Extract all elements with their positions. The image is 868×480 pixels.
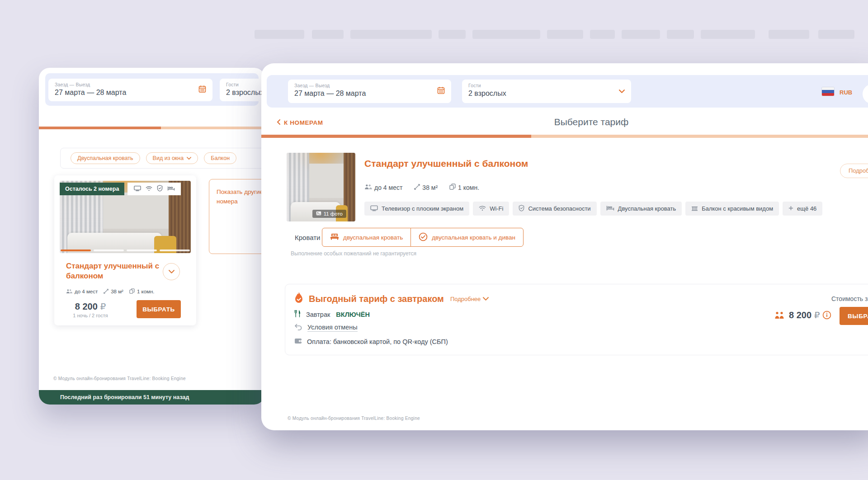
filter-label: Вид из окна (153, 155, 184, 161)
amenity-chip-tv[interactable]: Телевизор с плоским экраном (364, 202, 469, 216)
background-ghost-bar (769, 30, 809, 39)
amenity-label: ещё 46 (797, 205, 816, 212)
page-title: Выберите тариф (533, 117, 650, 127)
dates-field[interactable]: Заезд — Выезд 27 марта — 28 марта (288, 80, 451, 103)
room-card: Осталось 2 номера Стандарт улучшенный с … (54, 175, 196, 325)
amenity-chip-balcony[interactable]: Балкон с красивым видом (685, 202, 779, 216)
payment-label: Оплата: банковской картой, по QR-коду (С… (307, 338, 448, 345)
amenity-chip-double-bed[interactable]: Двуспальная кровать (600, 202, 682, 216)
bed-option-double-sofa[interactable]: двуспальная кровать и диван (410, 228, 524, 247)
tv-icon (370, 205, 378, 212)
dates-value: 27 марта — 28 марта (55, 89, 206, 97)
filter-chip-window-view[interactable]: Вид из окна (146, 152, 198, 164)
tariff-title: Выгодный тариф с завтраком (309, 294, 444, 304)
guests-field[interactable]: Гости 2 взрослых (462, 80, 631, 103)
amenity-chip-more[interactable]: ещё 46 (783, 202, 822, 216)
photo-pagination[interactable] (61, 249, 190, 251)
wallet-icon (294, 338, 302, 345)
bed-option-double[interactable]: двуспальная кровать (322, 228, 411, 247)
bed-icon (167, 185, 175, 193)
cutlery-icon (294, 310, 301, 319)
tariff-more-label: Подробнее (450, 296, 481, 302)
steps-progress (39, 127, 265, 129)
rooms-left-badge: Осталось 2 номера (60, 183, 124, 195)
amenity-icons-strip (127, 183, 181, 195)
room-details-button[interactable]: Подробнее (840, 164, 868, 178)
filter-chip-double-bed[interactable]: Двуспальная кровать (71, 152, 140, 164)
background-ghost-bar (590, 30, 615, 39)
currency-selector[interactable]: RUB (840, 89, 852, 96)
chevron-down-icon (619, 87, 625, 95)
room-details: до 4 мест 38 м² 1 комн. (66, 288, 155, 295)
wifi-icon (479, 205, 486, 212)
guests-icon (66, 289, 72, 295)
dates-field[interactable]: Заезд — Выезд 27 марта — 28 марта (48, 79, 212, 101)
tariff-header: Выгодный тариф с завтраком Подробнее (293, 292, 489, 306)
beds-note: Выполнение особых пожеланий не гарантиру… (291, 250, 416, 257)
flame-icon (293, 292, 304, 306)
background-ghost-bar (701, 30, 755, 39)
balcony-icon (691, 205, 698, 212)
rooms-list-card: Заезд — Выезд 27 марта — 28 марта Гости … (39, 68, 265, 405)
guests-count-icon (774, 311, 784, 321)
room-photo[interactable]: 11 фото (287, 153, 355, 221)
breakfast-row: Завтрак ВКЛЮЧЁН (294, 310, 370, 319)
photo-icon (316, 211, 321, 216)
breakfast-label: Завтрак (306, 311, 330, 318)
back-to-rooms-link[interactable]: К НОМЕРАМ (277, 119, 323, 126)
amenity-chip-wifi[interactable]: Wi-Fi (473, 202, 509, 216)
background-ghost-bar (439, 30, 466, 39)
photo-wall (309, 164, 344, 198)
area-value: 38 м² (422, 184, 438, 191)
footer-copyright: © Модуль онлайн-бронирования TravelLine:… (288, 416, 420, 421)
tariff-card: Выгодный тариф с завтраком Подробнее Сто… (285, 284, 868, 355)
bed-icon (606, 205, 614, 212)
amenity-label: Телевизор с плоским экраном (382, 205, 463, 212)
info-icon[interactable] (822, 311, 831, 321)
background-ghost-bar (255, 30, 304, 39)
tariff-selection-card: Заезд — Выезд 27 марта — 28 марта Гости … (261, 63, 868, 430)
photo-count-label: 11 фото (324, 211, 343, 216)
dates-value: 27 марта — 28 марта (294, 89, 445, 98)
capacity-value: до 4 мест (75, 289, 98, 294)
filter-chip-balcony[interactable]: Балкон (204, 152, 236, 164)
price-block: 8 200 ₽ 1 ночь / 2 гостя (61, 301, 120, 318)
select-tariff-button[interactable]: ВЫБРАТЬ (840, 307, 868, 325)
bed-icon (330, 233, 339, 241)
room-photo[interactable]: Осталось 2 номера (60, 181, 191, 253)
chevron-left-icon (277, 119, 280, 126)
filter-label: Балкон (211, 155, 230, 161)
beds-label: Кровати (295, 234, 320, 241)
steps-progress (261, 135, 868, 138)
plus-icon (788, 205, 793, 212)
calendar-icon (437, 87, 445, 96)
area-value: 38 м² (111, 289, 123, 294)
russia-flag-icon[interactable] (822, 87, 834, 96)
photo-count-overlay[interactable]: 11 фото (312, 210, 346, 218)
price-value: 8 200 (789, 310, 811, 320)
footer-copyright: © Модуль онлайн-бронирования TravelLine:… (53, 376, 186, 381)
background-ghost-bar (818, 30, 854, 39)
last-booked-banner: Последний раз бронировали 51 минуту наза… (39, 390, 265, 405)
filter-label: Двуспальная кровать (77, 155, 133, 161)
select-room-button[interactable]: ВЫБРАТЬ (137, 300, 181, 318)
tariff-price: 8 200 ₽ (789, 310, 820, 320)
background-ghost-bar (472, 30, 540, 39)
capacity-value: до 4 мест (374, 184, 402, 191)
shield-icon (157, 185, 163, 193)
guests-label: Гости (468, 83, 625, 88)
dates-label: Заезд — Выезд (55, 82, 206, 87)
tariff-more-link[interactable]: Подробнее (450, 296, 489, 302)
amenity-label: Система безопасности (528, 205, 590, 212)
chevron-down-icon (187, 155, 191, 161)
dates-label: Заезд — Выезд (294, 83, 445, 88)
background-ghost-bar (622, 30, 660, 39)
amenity-chip-security[interactable]: Система безопасности (513, 202, 596, 216)
currency-symbol: ₽ (814, 310, 820, 320)
cancellation-link[interactable]: Условия отмены (307, 324, 358, 332)
cost-label: Стоимость за (831, 295, 868, 302)
amenity-label: Wi-Fi (490, 205, 503, 212)
wifi-icon (146, 185, 152, 193)
expand-room-button[interactable] (163, 263, 180, 280)
bed-option-label: двуспальная кровать (343, 234, 403, 241)
